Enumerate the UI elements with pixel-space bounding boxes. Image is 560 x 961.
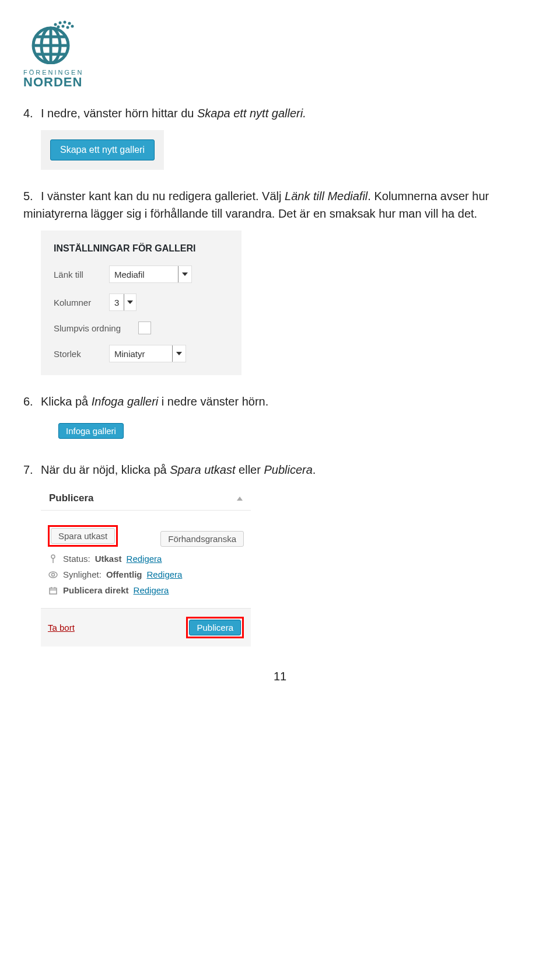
svg-point-12 [51,555,55,558]
publish-title: Publicera [49,492,94,504]
schedule-edit-link[interactable]: Redigera [134,585,169,595]
status-label: Status: [63,554,90,564]
preview-button[interactable]: Förhandsgranska [160,531,244,547]
insert-gallery-button[interactable]: Infoga galleri [58,423,124,439]
chevron-down-icon [178,266,191,282]
screenshot-insert-gallery: Infoga galleri [58,418,128,443]
visibility-edit-link[interactable]: Redigera [147,569,183,579]
globe-icon [23,18,79,64]
instruction-7: 7.När du är nöjd, klicka på Spara utkast… [23,461,537,478]
publish-panel: Publicera Spara utkast Förhandsgranska S… [41,487,251,647]
visibility-label: Synlighet: [63,569,102,579]
svg-point-2 [64,21,66,24]
schedule-label: Publicera direkt [63,585,129,595]
svg-point-14 [49,572,57,578]
settings-title: INSTÄLLNINGAR FÖR GALLERI [54,243,229,254]
highlight-save-draft: Spara utkast [48,525,118,547]
instruction-4: 4.I nedre, vänster hörn hittar du Skapa … [23,104,537,122]
svg-point-1 [59,22,62,25]
publish-button[interactable]: Publicera [189,620,241,635]
svg-point-15 [52,573,55,576]
link-to-label: Länk till [54,270,109,279]
create-gallery-button[interactable]: Skapa ett nytt galleri [50,139,155,160]
gallery-settings-panel: INSTÄLLNINGAR FÖR GALLERI Länk till Medi… [41,230,242,375]
svg-point-7 [71,25,74,28]
logo: FÖRENINGEN NORDEN [23,18,537,90]
page-number: 11 [23,670,537,683]
size-select[interactable]: Miniatyr [109,345,186,362]
svg-point-6 [66,26,69,29]
eye-icon [48,571,58,578]
status-value: Utkast [95,554,122,564]
columns-label: Kolumner [54,298,109,307]
svg-rect-16 [50,588,57,594]
collapse-icon[interactable] [237,497,243,501]
visibility-value: Offentlig [106,569,142,579]
status-edit-link[interactable]: Redigera [127,554,162,564]
logo-title: NORDEN [23,75,537,90]
instruction-6: 6.Klicka på Infoga galleri i nedre vänst… [23,393,537,410]
random-order-checkbox[interactable] [138,322,151,334]
delete-link[interactable]: Ta bort [48,623,75,632]
svg-point-0 [54,23,57,26]
calendar-icon [48,586,58,595]
svg-point-3 [68,22,71,25]
link-to-select[interactable]: Mediafil [109,265,192,283]
pin-icon [48,554,58,564]
chevron-down-icon [172,345,186,362]
instruction-5: 5.I vänster kant kan du nu redigera gall… [23,187,537,222]
columns-select[interactable]: 3 [109,293,136,311]
chevron-down-icon [124,294,136,310]
screenshot-create-gallery: Skapa ett nytt galleri [41,130,164,170]
size-label: Storlek [54,349,109,359]
random-order-label: Slumpvis ordning [54,323,138,333]
highlight-publish: Publicera [186,617,244,638]
svg-point-5 [62,25,65,28]
save-draft-button[interactable]: Spara utkast [51,528,115,544]
